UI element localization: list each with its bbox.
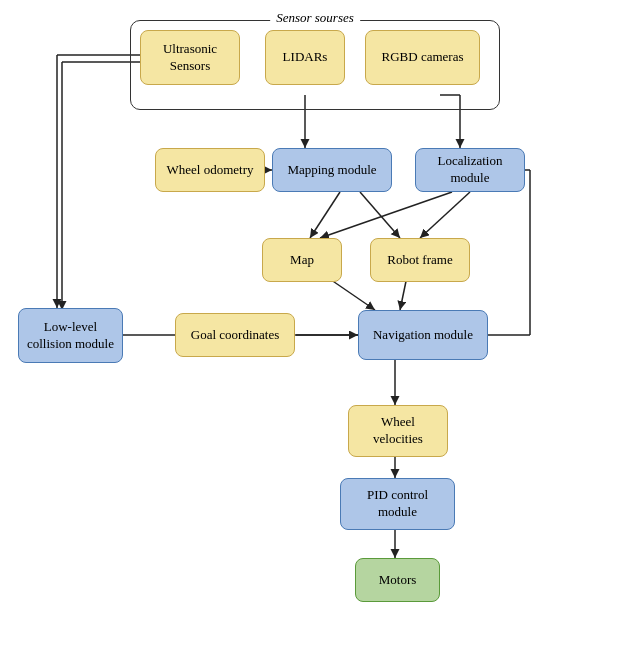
lidars-label: LIDARs (283, 49, 328, 66)
svg-line-9 (320, 192, 452, 238)
mapping-label: Mapping module (287, 162, 376, 179)
navigation-label: Navigation module (373, 327, 473, 344)
pid-label: PID controlmodule (367, 487, 428, 521)
diagram: Sensor sourses UltrasonicSensors LIDARs … (0, 0, 634, 664)
rgbd-box: RGBD cameras (365, 30, 480, 85)
navigation-box: Navigation module (358, 310, 488, 360)
robot-frame-label: Robot frame (387, 252, 452, 269)
goal-coords-label: Goal coordinates (191, 327, 279, 344)
svg-line-10 (420, 192, 470, 238)
sensor-label: Sensor sourses (270, 10, 360, 26)
lowlevel-box: Low-levelcollision module (18, 308, 123, 363)
localization-label: Localizationmodule (438, 153, 503, 187)
wheel-vel-box: Wheelvelocities (348, 405, 448, 457)
ultrasonic-label: UltrasonicSensors (163, 41, 217, 75)
wheel-odometry-box: Wheel odometry (155, 148, 265, 192)
rgbd-label: RGBD cameras (382, 49, 464, 66)
motors-label: Motors (379, 572, 417, 589)
robot-frame-box: Robot frame (370, 238, 470, 282)
pid-box: PID controlmodule (340, 478, 455, 530)
map-box: Map (262, 238, 342, 282)
lidars-box: LIDARs (265, 30, 345, 85)
mapping-box: Mapping module (272, 148, 392, 192)
localization-box: Localizationmodule (415, 148, 525, 192)
map-label: Map (290, 252, 314, 269)
goal-coords-box: Goal coordinates (175, 313, 295, 357)
motors-box: Motors (355, 558, 440, 602)
svg-line-8 (360, 192, 400, 238)
wheel-vel-label: Wheelvelocities (373, 414, 423, 448)
lowlevel-label: Low-levelcollision module (27, 319, 114, 353)
wheel-odometry-label: Wheel odometry (167, 162, 254, 179)
svg-line-7 (310, 192, 340, 238)
ultrasonic-box: UltrasonicSensors (140, 30, 240, 85)
